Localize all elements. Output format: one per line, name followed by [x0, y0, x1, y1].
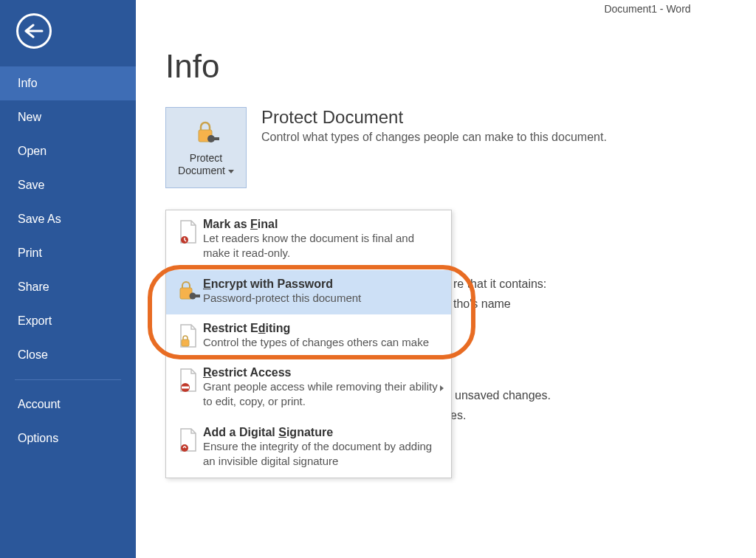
- svg-rect-2: [213, 137, 219, 140]
- menu-item-mark-as-final[interactable]: Mark as Final Let readers know the docum…: [166, 210, 451, 270]
- chevron-down-icon: [228, 170, 234, 173]
- svg-rect-9: [182, 387, 189, 389]
- menu-item-add-digital-signature[interactable]: Add a Digital Signature Ensure the integ…: [166, 418, 451, 478]
- protect-button-label: Protect: [190, 152, 222, 164]
- background-text: es.: [450, 406, 466, 425]
- sidebar-item-label: Save: [18, 179, 44, 192]
- background-text: re that it contains:: [453, 275, 546, 294]
- page-title: Info: [165, 48, 756, 85]
- sidebar-item-label: Save As: [18, 213, 61, 226]
- menu-item-title: Mark as Final: [203, 218, 441, 231]
- background-text: tho's name: [453, 294, 511, 314]
- sidebar-item-save[interactable]: Save: [0, 168, 136, 202]
- sidebar-nav: Info New Open Save Save As Print Share E…: [0, 66, 136, 455]
- menu-item-title: Restrict Access: [203, 366, 441, 379]
- sidebar-item-label: Options: [18, 432, 58, 445]
- sidebar-item-label: Share: [18, 280, 49, 294]
- menu-item-title: Restrict Editing: [203, 322, 441, 335]
- sidebar-item-label: Account: [18, 398, 61, 411]
- document-lock-icon: [178, 323, 200, 350]
- sidebar-item-label: New: [18, 111, 41, 124]
- sidebar-item-close[interactable]: Close: [0, 338, 136, 372]
- sidebar-item-new[interactable]: New: [0, 100, 136, 134]
- menu-item-description: Grant people access while removing their…: [203, 379, 441, 410]
- sidebar-item-options[interactable]: Options: [0, 421, 136, 455]
- protect-document-section: Protect Document Protect Document Contro…: [165, 107, 756, 188]
- menu-item-title: Add a Digital Signature: [203, 426, 441, 439]
- sidebar-item-print[interactable]: Print: [0, 236, 136, 270]
- protect-button-label: Document: [178, 165, 225, 176]
- sidebar-item-label: Close: [18, 348, 48, 362]
- back-button[interactable]: [16, 13, 52, 49]
- menu-item-description: Control the types of changes others can …: [203, 335, 441, 350]
- document-signature-icon: [178, 427, 200, 454]
- sidebar-item-label: Info: [18, 77, 38, 90]
- section-description: Control what types of changes people can…: [261, 131, 607, 144]
- menu-item-description: Ensure the integrity of the document by …: [203, 439, 441, 469]
- sidebar-item-share[interactable]: Share: [0, 270, 136, 304]
- menu-item-restrict-editing[interactable]: Restrict Editing Control the types of ch…: [166, 314, 451, 359]
- sidebar-item-export[interactable]: Export: [0, 304, 136, 338]
- protect-document-menu: Mark as Final Let readers know the docum…: [165, 210, 452, 478]
- menu-item-description: Let readers know the document is final a…: [203, 231, 441, 261]
- svg-rect-7: [182, 340, 189, 346]
- submenu-arrow-icon: [440, 385, 444, 391]
- svg-rect-6: [195, 294, 200, 297]
- sidebar-item-label: Print: [18, 247, 42, 260]
- arrow-left-icon: [24, 24, 44, 38]
- lock-key-icon: [191, 118, 221, 148]
- menu-item-restrict-access[interactable]: Restrict Access Grant people access whil…: [166, 359, 451, 418]
- svg-point-10: [181, 444, 188, 452]
- background-text: unsaved changes.: [455, 386, 551, 405]
- protect-document-button[interactable]: Protect Document: [165, 107, 247, 188]
- sidebar-item-save-as[interactable]: Save As: [0, 202, 136, 236]
- sidebar-item-account[interactable]: Account: [0, 388, 136, 421]
- document-final-icon: [178, 219, 200, 246]
- lock-key-icon: [176, 279, 202, 304]
- sidebar-item-open[interactable]: Open: [0, 134, 136, 168]
- backstage-sidebar: Info New Open Save Save As Print Share E…: [0, 0, 136, 558]
- menu-item-description: Password-protect this document: [203, 291, 441, 306]
- sidebar-separator: [15, 379, 121, 380]
- section-heading: Protect Document: [261, 107, 607, 128]
- window-title: Document1 - Word: [604, 3, 690, 15]
- sidebar-item-label: Export: [18, 314, 52, 328]
- document-block-icon: [178, 368, 200, 394]
- menu-item-title: Encrypt with Password: [203, 278, 441, 291]
- menu-item-encrypt-with-password[interactable]: Encrypt with Password Password-protect t…: [166, 270, 451, 314]
- sidebar-item-info[interactable]: Info: [0, 66, 136, 100]
- sidebar-item-label: Open: [18, 145, 47, 158]
